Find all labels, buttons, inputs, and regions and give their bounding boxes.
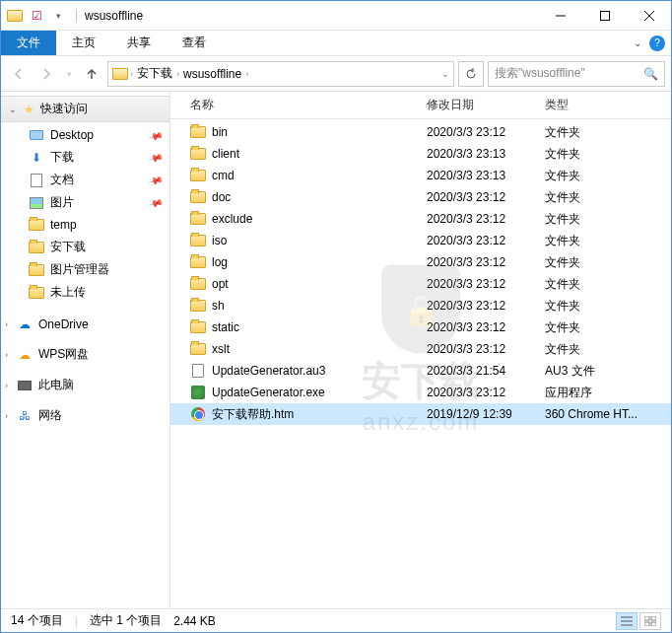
file-row[interactable]: client2020/3/3 23:13文件夹: [170, 143, 671, 165]
file-date: 2020/3/3 23:12: [419, 190, 537, 204]
forward-button[interactable]: [34, 62, 58, 86]
sidebar-item-label: 网络: [38, 407, 62, 424]
column-type[interactable]: 类型: [537, 97, 655, 113]
file-row[interactable]: exclude2020/3/3 23:12文件夹: [170, 208, 671, 230]
sidebar-quick-access[interactable]: ⌄ ★ 快速访问: [1, 96, 169, 122]
file-row[interactable]: log2020/3/3 23:12文件夹: [170, 251, 671, 273]
chevron-right-icon: ›: [5, 381, 8, 390]
search-icon[interactable]: 🔍: [643, 67, 658, 81]
sidebar-item-label: Desktop: [50, 128, 94, 142]
back-button[interactable]: [7, 62, 31, 86]
column-name[interactable]: 名称: [182, 97, 419, 113]
file-date: 2020/3/3 23:12: [419, 320, 537, 334]
file-row[interactable]: cmd2020/3/3 23:13文件夹: [170, 165, 671, 186]
folder-icon: [190, 276, 206, 292]
file-date: 2020/3/3 23:12: [419, 299, 537, 313]
sidebar-item[interactable]: 未上传: [1, 281, 169, 304]
view-details-button[interactable]: [616, 612, 638, 630]
qat-dropdown-icon[interactable]: ▾: [50, 8, 66, 24]
folder-icon: [190, 189, 206, 205]
file-date: 2020/3/3 23:12: [419, 125, 537, 139]
breadcrumb-segment[interactable]: 安下载: [135, 65, 174, 82]
file-row[interactable]: xslt2020/3/3 23:12文件夹: [170, 338, 671, 360]
chevron-right-icon[interactable]: ›: [130, 69, 133, 79]
star-icon: ★: [21, 102, 36, 117]
recent-dropdown[interactable]: ▾: [62, 62, 76, 86]
file-date: 2020/3/3 23:12: [419, 255, 537, 269]
file-row[interactable]: static2020/3/3 23:12文件夹: [170, 316, 671, 338]
file-row[interactable]: doc2020/3/3 23:12文件夹: [170, 186, 671, 208]
breadcrumb-segment[interactable]: wsusoffline: [181, 67, 243, 81]
chevron-right-icon: ›: [5, 411, 8, 421]
sidebar-item[interactable]: 图片管理器: [1, 258, 169, 281]
file-type: 应用程序: [537, 385, 655, 401]
au3-icon: [190, 363, 206, 379]
address-dropdown-icon[interactable]: ⌄: [441, 69, 449, 79]
sidebar-root[interactable]: ›此电脑: [1, 374, 169, 396]
tab-file[interactable]: 文件: [1, 31, 56, 55]
folder-icon: [190, 233, 206, 248]
file-row[interactable]: UpdateGenerator.exe2020/3/3 23:12应用程序: [170, 382, 671, 403]
sidebar-root[interactable]: ›☁WPS网盘: [1, 343, 169, 366]
chevron-right-icon: ›: [5, 350, 8, 360]
window-title: wsusoffline: [76, 9, 143, 23]
sidebar-item[interactable]: 安下载: [1, 236, 169, 258]
minimize-button[interactable]: [538, 1, 582, 31]
statusbar: 14 个项目 | 选中 1 个项目 2.44 KB: [1, 608, 671, 632]
file-date: 2020/3/3 23:12: [419, 212, 537, 226]
file-row[interactable]: sh2020/3/3 23:12文件夹: [170, 295, 671, 316]
sidebar-root[interactable]: ›🖧网络: [1, 404, 169, 427]
qat-checkmark-icon[interactable]: ☑: [29, 8, 44, 24]
file-name: iso: [212, 234, 227, 247]
sidebar-item[interactable]: 图片📌: [1, 191, 169, 214]
sidebar: ⌄ ★ 快速访问 Desktop📌⬇下载📌文档📌图片📌temp安下载图片管理器未…: [1, 92, 170, 608]
file-name: client: [212, 147, 239, 161]
sidebar-item[interactable]: temp: [1, 214, 169, 236]
folder-icon: [190, 168, 206, 183]
file-type: 文件夹: [537, 189, 655, 206]
sidebar-root[interactable]: ›☁OneDrive: [1, 314, 169, 335]
chevron-right-icon[interactable]: ›: [176, 69, 179, 79]
up-button[interactable]: [80, 62, 103, 86]
help-icon[interactable]: ?: [649, 35, 665, 51]
file-type: 360 Chrome HT...: [537, 407, 655, 421]
chrome-icon: [190, 406, 206, 422]
file-row[interactable]: 安下载帮助.htm2019/12/9 12:39360 Chrome HT...: [170, 403, 671, 425]
sidebar-item[interactable]: 文档📌: [1, 169, 169, 191]
file-date: 2020/3/3 21:54: [419, 364, 537, 378]
file-type: 文件夹: [537, 124, 655, 141]
close-button[interactable]: [627, 1, 671, 31]
address-bar[interactable]: › 安下载 › wsusoffline › ⌄: [107, 61, 454, 87]
status-selected: 选中 1 个项目: [90, 612, 162, 629]
file-name: doc: [212, 190, 231, 204]
file-date: 2020/3/3 23:12: [419, 277, 537, 291]
exe-icon: [190, 385, 206, 400]
sidebar-item-label: WPS网盘: [38, 346, 89, 363]
search-input[interactable]: 搜索"wsusoffline" 🔍: [488, 61, 665, 87]
maximize-button[interactable]: [582, 1, 627, 31]
file-type: 文件夹: [537, 254, 655, 271]
file-date: 2020/3/3 23:12: [419, 234, 537, 247]
file-name: opt: [212, 277, 229, 291]
tab-home[interactable]: 主页: [56, 31, 111, 55]
file-list[interactable]: bin2020/3/3 23:12文件夹client2020/3/3 23:13…: [170, 119, 671, 608]
tab-view[interactable]: 查看: [167, 31, 222, 55]
sidebar-item-label: 下载: [50, 149, 74, 166]
folder-icon: [190, 254, 206, 270]
sidebar-item[interactable]: ⬇下载📌: [1, 146, 169, 169]
sidebar-item[interactable]: Desktop📌: [1, 124, 169, 146]
status-count: 14 个项目: [11, 612, 63, 629]
sidebar-item-label: 文档: [50, 172, 74, 188]
refresh-button[interactable]: [458, 61, 484, 87]
file-name: UpdateGenerator.exe: [212, 386, 325, 399]
chevron-right-icon[interactable]: ›: [245, 69, 248, 79]
file-row[interactable]: bin2020/3/3 23:12文件夹: [170, 121, 671, 143]
column-date[interactable]: 修改日期: [419, 97, 537, 113]
tab-share[interactable]: 共享: [111, 31, 167, 55]
file-row[interactable]: UpdateGenerator.au32020/3/3 21:54AU3 文件: [170, 360, 671, 382]
view-icons-button[interactable]: [639, 612, 661, 630]
ribbon-expand-icon[interactable]: ⌄: [634, 37, 641, 48]
pin-icon: 📌: [148, 150, 164, 166]
file-row[interactable]: iso2020/3/3 23:12文件夹: [170, 230, 671, 251]
file-row[interactable]: opt2020/3/3 23:12文件夹: [170, 273, 671, 295]
